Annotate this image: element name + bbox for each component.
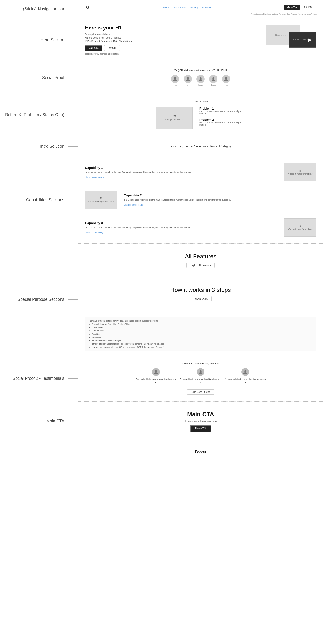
- capability-row-1: Capability 2 In 1-2 sentences you introd…: [85, 186, 316, 214]
- close-quote-1: ": [200, 382, 201, 386]
- testimonial-card-0: " Quote highlighting what they like abou…: [135, 368, 176, 386]
- testimonial-card-2: " Quote highlighting what they like abou…: [225, 368, 266, 386]
- problem-image: 🖼 <Image/Animation>: [156, 106, 193, 130]
- label-line-sp2: [68, 300, 77, 300]
- capability-row-0: Capability 1 In 1-2 sentences you introd…: [85, 158, 316, 186]
- testimonial-avatar-0: [152, 368, 160, 376]
- cap-desc-0: In 1-2 sentences you introduce the main …: [85, 171, 278, 174]
- social-proof-label: Social Proof: [42, 75, 68, 80]
- testimonial-quote-2: " Quote highlighting what they like abou…: [225, 377, 266, 386]
- person-icon-2: [198, 77, 203, 81]
- problem-label: Before X (Problem / Status Quo): [5, 112, 68, 117]
- how-it-works-subsection: How it works in 3 steps Relevant CTA: [78, 277, 323, 311]
- special-note-item-6: Intro of different Segmentation Pages (d…: [92, 342, 313, 346]
- testimonial-person-icon-0: [154, 370, 158, 374]
- logo-item-4: Logo: [222, 75, 230, 86]
- hero-desc-line2: H1 and description need to include:: [85, 36, 121, 39]
- hero-cta-secondary-button[interactable]: Soft CTA: [104, 45, 120, 51]
- cap-text-2: Capability 3 In 1-2 sentences you introd…: [85, 221, 278, 234]
- intro-solution-text: Introducing the 'new/better' way - Produ…: [85, 145, 316, 148]
- logo-row: Logo Logo Logo: [85, 75, 316, 86]
- main-cta-inner: Main CTA 1-sentence value proposition Ma…: [85, 406, 316, 436]
- special-note-item-1: How it works: [92, 326, 313, 329]
- all-features-title: All Features: [85, 253, 316, 260]
- nav-link-product[interactable]: Product: [161, 6, 170, 9]
- testimonial-avatar-1: [197, 368, 205, 376]
- open-quote-0: ": [135, 378, 137, 381]
- social-proof-inner: X+ (ICP attribute) customers trust YOUR …: [85, 67, 316, 88]
- problem-title-0: Problem 1: [199, 107, 245, 110]
- all-features-inner: All Features Explore All Features: [85, 248, 316, 272]
- cap-title-0: Capability 1: [85, 166, 278, 170]
- special-note-intro: There are different options how you can …: [88, 319, 313, 322]
- logo-circle-4: [222, 75, 230, 83]
- label-line-sp: [68, 78, 77, 78]
- cap-image-1: 🖼 <Product image/animation>: [85, 191, 117, 209]
- special-note-item-7: Highlighting relevant infos for ICP (e.g…: [92, 346, 313, 349]
- logo-circle-1: [184, 75, 192, 83]
- main-cta-button[interactable]: Main CTA: [190, 425, 211, 432]
- problem-inner: The 'old' way 🖼 <Image/Animation> Proble…: [85, 98, 316, 132]
- nav-cta-primary-button[interactable]: Main CTA: [284, 5, 300, 10]
- problem-subtitle: The 'old' way: [85, 100, 316, 103]
- cap-title-1: Capability 2: [124, 194, 316, 197]
- hero-left: Here is your H1 Description - max 3 line…: [85, 25, 262, 55]
- testimonial-text-1: Quote highlighting what they like about …: [182, 378, 221, 380]
- read-case-studies-button[interactable]: Read Case Studies: [187, 389, 214, 394]
- relevant-cta-button[interactable]: Relevant CTA: [190, 296, 212, 302]
- logo-item-1: Logo: [184, 75, 192, 86]
- nav-link-about[interactable]: About us: [202, 6, 212, 9]
- problem-section: The 'old' way 🖼 <Image/Animation> Proble…: [78, 93, 323, 136]
- open-quote-2: ": [225, 378, 226, 381]
- main-cta-title: Main CTA: [85, 411, 316, 418]
- nav-logo: G: [86, 5, 89, 10]
- social-proof2-section: What our customers say about us " Quote …: [78, 355, 323, 402]
- explore-all-features-button[interactable]: Explore All Features: [186, 263, 215, 268]
- nav-ctas: Main CTA Soft CTA: [284, 5, 315, 10]
- cap-text-1: Capability 2 In 1-2 sentences you introd…: [124, 194, 316, 206]
- social-proof-section: X+ (ICP attribute) customers trust YOUR …: [78, 62, 323, 93]
- cap-link-0[interactable]: Link to Feature Page: [85, 176, 104, 178]
- hero-cta-primary-button[interactable]: Main CTA: [85, 45, 102, 51]
- how-it-works-title: How it works in 3 steps: [85, 286, 316, 294]
- logo-label-4: Logo: [224, 84, 228, 86]
- testimonial-person-icon-1: [198, 370, 203, 374]
- cap-link-1[interactable]: Link to Feature Page: [124, 204, 143, 206]
- nav-link-resources[interactable]: Resources: [174, 6, 186, 9]
- special-note-item-5: Intro of different Usecase Pages: [92, 339, 313, 342]
- nav-link-pricing[interactable]: Pricing: [190, 6, 198, 9]
- logo-item-0: Logo: [171, 75, 179, 86]
- logo-circle-3: [209, 75, 218, 83]
- label-line-mcta: [68, 421, 77, 421]
- logo-label-0: Logo: [173, 84, 177, 86]
- nav-cta-secondary-button[interactable]: Soft CTA: [301, 5, 315, 10]
- problem-desc-1: Explain in 1-2 sentences the problem & w…: [199, 122, 245, 126]
- intro-solution-inner: Introducing the 'new/better' way - Produ…: [85, 141, 316, 152]
- problem-item-0: Problem 1 Explain in 1-2 sentences the p…: [199, 107, 245, 115]
- intro-solution-label: Intro Solution: [40, 144, 68, 149]
- problem-list: Problem 1 Explain in 1-2 sentences the p…: [199, 107, 245, 129]
- video-label: <Product video>: [293, 38, 309, 41]
- sp2-title: What our customers say about us: [85, 362, 316, 365]
- cap-desc-1: In 1-2 sentences you introduce the main …: [124, 198, 316, 202]
- close-quote-2: ": [245, 382, 246, 386]
- cap-link-2[interactable]: Link to Feature Page: [85, 232, 104, 234]
- cap-image-icon-2: 🖼: [299, 225, 301, 227]
- label-line-nav: [68, 9, 77, 9]
- logo-label-2: Logo: [198, 84, 203, 86]
- testimonial-text-2: Quote highlighting what they like about …: [227, 378, 266, 380]
- play-icon[interactable]: ▶: [308, 37, 312, 42]
- testimonial-quote-1: " Quote highlighting what they like abou…: [180, 377, 221, 386]
- label-line-cap: [68, 200, 77, 200]
- hero-label: Hero Section: [40, 38, 68, 42]
- hero-product-video: <Product video> ▶: [289, 32, 316, 48]
- testimonial-text-0: Quote highlighting what they like about …: [137, 378, 176, 380]
- person-icon-3: [211, 77, 216, 81]
- cap-image-label-0: <Product image/animation>: [288, 173, 313, 175]
- cap-title-2: Capability 3: [85, 221, 278, 225]
- capabilities-section: Capability 1 In 1-2 sentences you introd…: [78, 156, 323, 244]
- hero-h1: Here is your H1: [85, 25, 262, 31]
- special-purpose-section: All Features Explore All Features How it…: [78, 244, 323, 355]
- problem-desc-0: Explain in 1-2 sentences the problem & w…: [199, 110, 245, 115]
- special-purpose-label: Special Purpose Sections: [17, 297, 68, 302]
